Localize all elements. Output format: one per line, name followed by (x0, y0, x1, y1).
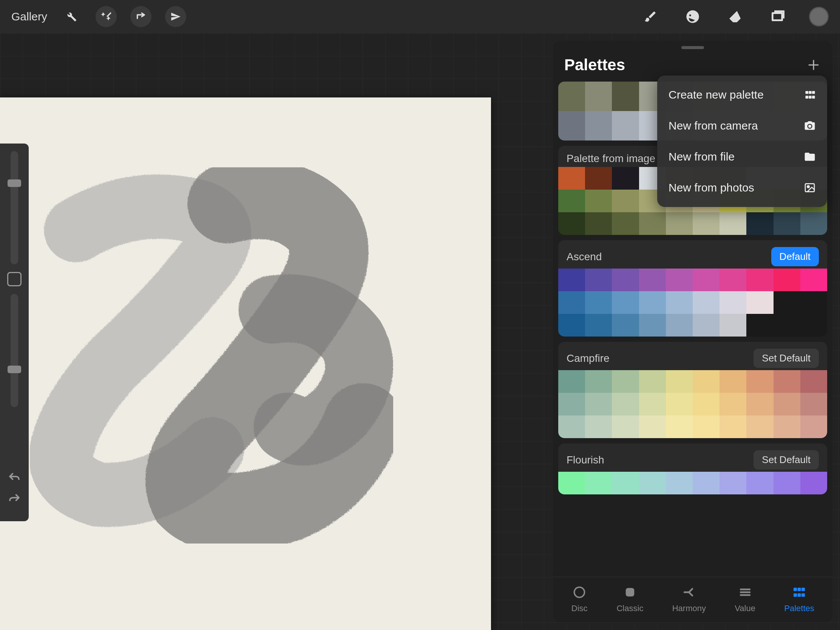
swatch[interactable] (746, 415, 773, 438)
tab-palettes[interactable]: Palettes (784, 584, 814, 613)
swatch[interactable] (720, 393, 746, 415)
palette-card[interactable]: Campfire Set Default (558, 342, 827, 438)
swatch[interactable] (612, 111, 639, 141)
set-default-button[interactable]: Set Default (753, 349, 819, 368)
smudge-icon[interactable] (682, 6, 703, 27)
palette-name[interactable]: Campfire (567, 352, 609, 365)
swatch[interactable] (720, 212, 746, 235)
popover-new-from-file[interactable]: New from file (657, 141, 827, 172)
swatch[interactable] (558, 82, 585, 111)
palette-name[interactable]: Ascend (567, 251, 602, 263)
swatch[interactable] (639, 212, 666, 235)
swatch[interactable] (666, 268, 693, 291)
panel-grabber[interactable] (681, 46, 704, 49)
swatch[interactable] (801, 291, 827, 314)
tab-harmony[interactable]: Harmony (672, 584, 706, 613)
add-palette-button[interactable] (806, 57, 821, 73)
swatch[interactable] (774, 268, 801, 291)
swatch[interactable] (639, 268, 666, 291)
swatch[interactable] (558, 291, 585, 314)
swatch[interactable] (639, 370, 666, 393)
swatch[interactable] (801, 472, 827, 494)
swatch[interactable] (746, 370, 773, 393)
eraser-icon[interactable] (725, 6, 745, 27)
layers-icon[interactable] (767, 6, 788, 27)
swatch[interactable] (774, 393, 801, 415)
swatch[interactable] (774, 291, 801, 314)
swatch[interactable] (639, 393, 666, 415)
swatch[interactable] (666, 393, 693, 415)
swatch[interactable] (774, 212, 801, 235)
tab-classic[interactable]: Classic (616, 584, 643, 613)
swatch[interactable] (558, 268, 585, 291)
swatch[interactable] (558, 370, 585, 393)
wrench-icon[interactable] (61, 6, 82, 27)
swatch[interactable] (801, 370, 827, 393)
set-default-button[interactable]: Set Default (753, 450, 819, 469)
undo-button[interactable] (8, 471, 21, 485)
swatch[interactable] (612, 212, 639, 235)
swatch[interactable] (585, 314, 612, 336)
swatch[interactable] (639, 314, 666, 336)
modifier-button[interactable] (7, 272, 22, 286)
swatch[interactable] (720, 291, 746, 314)
color-picker-button[interactable] (809, 7, 829, 27)
swatch[interactable] (693, 370, 720, 393)
swatch[interactable] (693, 291, 720, 314)
swatch[interactable] (693, 268, 720, 291)
select-icon[interactable] (130, 6, 152, 27)
swatch[interactable] (801, 415, 827, 438)
swatch[interactable] (558, 167, 585, 189)
swatch[interactable] (746, 212, 773, 235)
swatch[interactable] (666, 291, 693, 314)
swatch[interactable] (666, 415, 693, 438)
swatch[interactable] (558, 314, 585, 336)
swatch[interactable] (585, 268, 612, 291)
swatch[interactable] (693, 393, 720, 415)
swatch[interactable] (585, 291, 612, 314)
swatch[interactable] (774, 415, 801, 438)
tab-disc[interactable]: Disc (571, 584, 588, 613)
swatch[interactable] (612, 167, 639, 189)
swatch[interactable] (585, 415, 612, 438)
swatch[interactable] (612, 189, 639, 212)
swatch[interactable] (666, 314, 693, 336)
swatch[interactable] (585, 472, 612, 494)
swatch[interactable] (558, 393, 585, 415)
swatch[interactable] (693, 415, 720, 438)
swatch[interactable] (558, 472, 585, 494)
brush-size-slider[interactable] (11, 151, 18, 264)
swatch[interactable] (558, 212, 585, 235)
swatch[interactable] (639, 472, 666, 494)
redo-button[interactable] (8, 493, 21, 506)
palette-name[interactable]: Flourish (567, 454, 604, 466)
swatch[interactable] (558, 415, 585, 438)
palette-name[interactable]: Palette from image (567, 153, 655, 165)
swatch[interactable] (666, 370, 693, 393)
swatch[interactable] (612, 393, 639, 415)
swatch[interactable] (746, 268, 773, 291)
swatch[interactable] (693, 212, 720, 235)
swatch[interactable] (585, 189, 612, 212)
popover-new-from-photos[interactable]: New from photos (657, 172, 827, 203)
popover-new-from-camera[interactable]: New from camera (657, 110, 827, 141)
swatch[interactable] (720, 314, 746, 336)
swatch[interactable] (585, 82, 612, 111)
gallery-button[interactable]: Gallery (11, 10, 47, 23)
swatch[interactable] (720, 472, 746, 494)
tab-value[interactable]: Value (735, 584, 755, 613)
swatch[interactable] (558, 111, 585, 141)
swatch[interactable] (774, 370, 801, 393)
swatch[interactable] (693, 314, 720, 336)
swatch[interactable] (612, 268, 639, 291)
wand-icon[interactable] (96, 6, 117, 27)
swatch[interactable] (612, 472, 639, 494)
swatch[interactable] (585, 111, 612, 141)
swatch[interactable] (801, 314, 827, 336)
brush-opacity-slider[interactable] (11, 294, 18, 407)
swatch[interactable] (720, 370, 746, 393)
swatch[interactable] (639, 291, 666, 314)
swatch[interactable] (585, 393, 612, 415)
swatch[interactable] (801, 268, 827, 291)
swatch[interactable] (801, 393, 827, 415)
